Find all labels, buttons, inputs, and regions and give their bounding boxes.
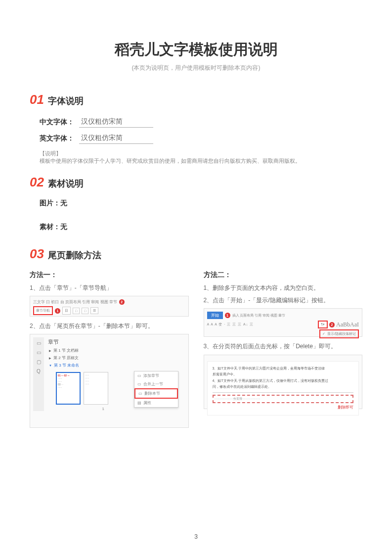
cn-font-value: 汉仪粗仿宋简	[79, 116, 153, 128]
format-toolbar: A A A 变 · 三 三 三 A↓ 三	[207, 322, 254, 327]
method-2: 方法二： 1、删除多于页面的文本内容，成为空白页。 2、点击「开始」-「显示/隐…	[204, 271, 363, 433]
method-1-title: 方法一：	[30, 271, 189, 279]
material-image: 图片：无	[40, 199, 362, 208]
delete-icon: ▭	[138, 391, 142, 396]
badge-1-icon: 1	[225, 313, 230, 318]
note-body: 模板中使用的字体仅限于个人学习、研究或欣赏目的使用，如需商用请您自行向版权方购买…	[40, 157, 362, 165]
doc-line-4: 问，修改成中在此处须到编辑提示处。	[213, 384, 354, 393]
chapter-nav-button: 章节导航	[33, 306, 53, 315]
screenshot-3: 开始 1 插入 页面布局 引用 审阅 视图 章节 A A A 变 · 三 三 三…	[204, 308, 363, 337]
ctx-add: ▭添加章节	[134, 371, 178, 380]
doc-line-3: 4、如T文件中天.于用从版权的第三方式，仅做中用打式，没有对版权负责过	[213, 378, 354, 384]
toolbar-icon: 目	[62, 307, 71, 315]
context-menu: ▭添加章节 ▭合并上一节 ▭删除本节 ▤属性	[134, 371, 178, 408]
section-03-header: 03 尾页删除方法	[30, 246, 362, 262]
chapter-item-2: ▶第 2 节 原标文	[46, 354, 185, 362]
prop-icon: ▤	[137, 401, 141, 405]
nav-icon: ▢	[37, 359, 41, 365]
section-02-number: 02	[30, 175, 44, 190]
page-break-marker: ·······················分页符··············…	[213, 395, 354, 403]
section-01-number: 01	[30, 92, 44, 107]
ctx-prop: ▤属性	[134, 399, 178, 407]
section-02-header: 02 素材说明	[30, 175, 362, 190]
toolbar-icon: □	[82, 308, 88, 314]
toolbar-icon: ☰	[90, 307, 98, 314]
m1-step2: 2、点击「尾页所在章节」-「删除本节」即可。	[30, 322, 189, 331]
toolbar-icon: □	[73, 308, 80, 314]
nav-icon: ▭	[37, 350, 41, 355]
nav-icon: ▭	[37, 340, 41, 346]
badge-1-icon: 1	[55, 308, 60, 314]
doc-line-1: 3、如T文件中天.于用中的第三方图片没有企业用，全用海等市场不变法律	[213, 366, 354, 372]
doc-content: 3、如T文件中天.于用中的第三方图片没有企业用，全用海等市场不变法律 所需要用户…	[207, 361, 359, 416]
chapter-item-1: ▶第 1 节 文档标	[46, 347, 185, 354]
ctx-merge: ▭合并上一节	[134, 380, 178, 388]
badge-2-icon: 2	[329, 322, 335, 327]
tabs-text: 三文字 日 初日 自 页面布局 引用 审阅 视图 章节	[33, 299, 117, 305]
font-row-cn: 中文字体： 汉仪粗仿宋简	[40, 116, 362, 128]
doc-icon: ▭	[137, 373, 141, 378]
style-preview: AaBbAaI	[336, 321, 359, 328]
page-number: 3	[0, 533, 392, 540]
en-font-value: 汉仪粗仿宋简	[79, 133, 153, 144]
methods-row: 方法一： 1、点击「章节」-「章节导航」 三文字 日 初日 自 页面布局 引用 …	[30, 271, 362, 433]
ctx-delete: ▭删除本节	[134, 388, 178, 399]
m1-step1: 1、点击「章节」-「章节导航」	[30, 283, 189, 293]
page-thumb-1: 01 ··· 02 ··· ············03 ·········	[56, 372, 81, 405]
page-thumb-2: ························	[84, 372, 108, 405]
en-font-label: 英文字体：	[40, 134, 74, 143]
section-03-number: 03	[30, 246, 44, 262]
font-row-en: 英文字体： 汉仪粗仿宋简	[40, 133, 362, 144]
page-title: 稻壳儿文字模板使用说明	[30, 40, 362, 60]
nav-icon: Q	[37, 369, 41, 374]
material-asset: 素材：无	[40, 223, 362, 231]
section-01-header: 01 字体说明	[30, 92, 362, 107]
m2-step1: 1、删除多于页面的文本内容，成为空白页。	[204, 283, 363, 293]
m2-step3: 3、在分页符的后面点击光标，按「Delete」即可。	[204, 342, 363, 351]
method-2-title: 方法二：	[204, 271, 363, 279]
note-label: 【说明】	[40, 150, 362, 157]
show-hide-button: ¶▾	[318, 321, 328, 328]
chapter-item-3: ▼第 3 节 未命名	[46, 362, 185, 369]
section-01-title: 字体说明	[48, 95, 84, 107]
cn-font-label: 中文字体：	[40, 118, 74, 127]
doc-line-2: 所需要用户中。	[213, 371, 354, 378]
page-subtitle: (本页为说明页，用户使用模板时可删除本页内容)	[30, 64, 362, 72]
start-tab: 开始	[207, 312, 223, 319]
ribbon-tabs: 三文字 日 初日 自 页面布局 引用 审阅 视图 章节 2	[33, 299, 185, 305]
chapter-panel-title: 章节	[46, 337, 185, 347]
badge-2-icon: 2	[119, 299, 125, 305]
section-02-title: 素材说明	[48, 178, 84, 189]
m2-step2: 2、点击「开始」-「显示/隐藏编辑标记」按钮。	[204, 296, 363, 305]
chapter-sidebar: ▭ ▭ ▢ Q	[33, 337, 44, 411]
show-hide-marks-option: ✓ 显示/隐藏段落标记	[319, 329, 359, 338]
delete-hint: 删除即可	[213, 404, 354, 411]
check-icon: ✓	[322, 332, 325, 336]
screenshot-1: 三文字 日 初日 自 页面布局 引用 审阅 视图 章节 2 章节导航 1 目 □…	[30, 296, 189, 317]
merge-icon: ▭	[137, 382, 141, 386]
section-03-title: 尾页删除方法	[48, 249, 101, 261]
screenshot-4: 3、如T文件中天.于用中的第三方图片没有企业用，全用海等市场不变法律 所需要用户…	[204, 355, 363, 409]
screenshot-2: ▭ ▭ ▢ Q 章节 ▶第 1 节 文档标 ▶第 2 节 原标文 ▼第 3 节 …	[30, 334, 189, 428]
other-tabs: 插入 页面布局 引用 审阅 视图 章节	[232, 313, 286, 318]
method-1: 方法一： 1、点击「章节」-「章节导航」 三文字 日 初日 自 页面布局 引用 …	[30, 271, 189, 433]
